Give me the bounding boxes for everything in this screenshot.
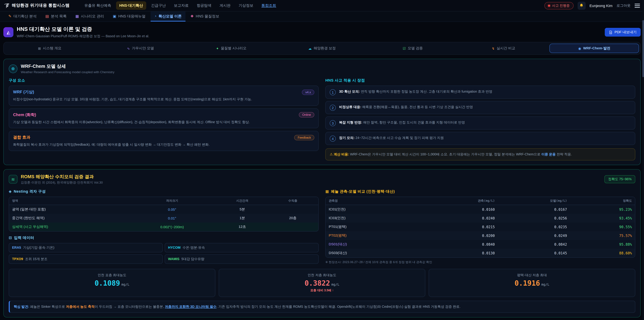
list-icon: ▤	[46, 14, 49, 18]
nav-item-spill-prediction[interactable]: 유출유 확산예측	[81, 1, 114, 10]
wrfchem-components-column: 구성 요소 WRF (기상) v4.x 비정수압(non-hydrostatic…	[9, 78, 319, 160]
main-menu: 유출유 확산예측 HNS·대기확산 긴급구난 보고자료 항공탐색 게시판 기상정…	[81, 1, 280, 10]
component-name: WRF (기상)	[13, 89, 34, 95]
subnav-item-list[interactable]: ▤분석 목록	[42, 12, 70, 22]
logout-button[interactable]: 로그아웃	[616, 3, 630, 8]
stat-incheon-bottom: 인천 저층 최대농도 0.3822mg/L 표층 대비 3.5배 ↑	[219, 269, 425, 297]
compare-row: IC01(인천) 0.0160 0.0167 95.23%	[326, 205, 635, 214]
nesting-row: 광역 (일본·대만 포함) 0.05° 5분	[9, 205, 318, 214]
component-name: 결합 효과	[13, 135, 30, 140]
page-subtitle: WRF-Chem·Gaussian Plume/Puff·ROMS·해양환경 보…	[17, 34, 149, 39]
check-square-icon: ☑	[403, 47, 406, 50]
compute-cost-warning: ⚠ 계산 비용: WRF-Chem은 가우시안 모델 대비 계산 시간이 100…	[325, 148, 635, 160]
advantage-number: 3	[330, 120, 336, 126]
tab-marine-correction[interactable]: ☁해양환경 보정	[277, 44, 366, 53]
tab-model-validation[interactable]: ☑모델 검증	[368, 44, 458, 53]
wrfchem-detail-card: ⊕ WRF-Chem 모델 상세 Weather Research and Fo…	[3, 59, 641, 165]
logo-wing-icon	[4, 3, 10, 8]
subnav-item-substance[interactable]: ❖HNS 물질정보	[187, 12, 223, 22]
compare-row: IC03(인천) 0.0240 0.0256 93.45%	[326, 214, 635, 222]
advantage-number: 4	[330, 136, 336, 142]
roms-subtitle: 김창훈·이문진 외 (2024), 한국해양환경·안전학회지 Vol.30	[21, 180, 103, 185]
overview-icon: ⊞	[38, 47, 41, 50]
nesting-heading: ◈ Nesting 격자 구성	[9, 189, 319, 194]
feedback-badge: Feedback	[294, 135, 314, 140]
advantage-item: 1 3D 확산 모의: 연직 방향 확산까지 포함한 정밀 농도장 계산. 고층…	[325, 86, 635, 99]
component-card-wrf: WRF (기상) v4.x 비정수압(non-hydrostatic) 중규모 …	[9, 86, 319, 106]
wrfchem-card-header: ⊕ WRF-Chem 모델 상세 Weather Research and Fo…	[9, 64, 635, 74]
app-viewport: 해양환경 위기대응 통합시스템 유출유 확산예측 HNS·대기확산 긴급구난 보…	[0, 0, 644, 320]
input-data-block: ⊡ 입력 데이터 ERA5기상(기압·풍속·기온) HYCOM수온·염분·유속 …	[9, 235, 319, 264]
nav-item-hns-diffusion[interactable]: HNS·대기확산	[116, 1, 146, 10]
scrollbar-thumb[interactable]	[642, 20, 644, 77]
tab-wrfchem[interactable]: ◉WRF-Chem·발전	[550, 44, 639, 53]
nav-item-reports[interactable]: 보고자료	[170, 1, 192, 10]
sub-navbar: ✎대기확산 분석 ▤분석 목록 ▦시나리오 관리 ▣HNS 대응매뉴얼 ◔확산모…	[0, 12, 644, 22]
wrfchem-title: WRF-Chem 모델 상세	[21, 64, 114, 70]
tab-substance-scenario[interactable]: ✦물질별 시나리오	[186, 44, 276, 53]
incident-status-badge[interactable]: 사고 진행중	[544, 2, 574, 9]
compare-row-pt02: PT02(평택) 0.0200 0.0249 75.57%	[326, 231, 635, 240]
warning-icon: ⚠	[330, 152, 333, 156]
cloud-icon: ☁	[308, 47, 312, 50]
survey-note: ※ 현장조사: 2023.06.27~28 / 전체 10개 관측점 중 6개 …	[325, 260, 635, 264]
table-icon: ▦	[325, 189, 329, 193]
max-concentration-stats: 인천 표층 최대농도 0.1089mg/L 인천 저층 최대농도 0.3822m…	[9, 269, 635, 297]
version-badge: v4.x	[302, 89, 314, 95]
component-card-chem: Chem (화학) Online 기상 모델과 동일한 시간 스텝에서 화학종의…	[9, 108, 319, 128]
nav-item-integrated-search[interactable]: 통합조회	[258, 1, 280, 10]
incident-label: 사고 진행중	[552, 3, 570, 8]
compare-row-ds01: DS01(대산) 0.0840 0.0842 95.88%	[326, 240, 635, 248]
manual-icon: ▣	[113, 14, 116, 18]
subnav-item-analysis[interactable]: ✎대기확산 분석	[5, 12, 40, 22]
document-icon	[609, 30, 612, 34]
advantage-item: 2 비정상류 대응: 해륙풍 전환(해풍↔육풍), 돌풍, 전선 통과 등 시변…	[325, 101, 635, 114]
phenol-compare-column: ▦ 페놀 관측-모델 비교 (인천·평택·대산) 관측점 관측(mg/L) 모델…	[325, 189, 635, 264]
lightning-icon: ↯	[492, 47, 495, 50]
component-name: Chem (화학)	[13, 112, 36, 118]
compare-row: DS03(대산) 0.0130 0.0145 88.60%	[326, 248, 635, 257]
tab-system-overview[interactable]: ⊞시스템 개요	[5, 44, 94, 53]
advantage-number: 1	[330, 89, 336, 95]
brand-title: 해양환경 위기대응 통합시스템	[12, 3, 70, 9]
top-navbar: 해양환경 위기대응 통합시스템 유출유 확산예측 HNS·대기확산 긴급구난 보…	[0, 0, 644, 12]
wrfchem-advantages-column: HNS 사고 적용 시 장점 1 3D 확산 모의: 연직 방향 확산까지 포함…	[325, 78, 635, 160]
components-heading: 구성 요소	[9, 78, 319, 83]
bell-icon	[579, 3, 584, 8]
page-title: HNS 대기확산 모델 이론 및 검증	[17, 26, 149, 33]
hamburger-menu-icon[interactable]	[634, 4, 640, 8]
compare-heading: ▦ 페놀 관측-모델 비교 (인천·평택·대산)	[325, 189, 635, 194]
incident-dot-icon	[548, 5, 550, 7]
tab-realtime-compare[interactable]: ↯실시간 비교	[459, 44, 548, 53]
plug-icon: ⊡	[9, 235, 12, 240]
nesting-row: 중간역 (한반도 해역) 0.01° 1분 20층	[9, 214, 318, 222]
online-badge: Online	[299, 112, 314, 117]
globe-chem-icon: ⊕	[9, 64, 18, 73]
user-name: Eunjeong Kim	[590, 4, 612, 8]
nav-item-board[interactable]: 게시판	[216, 1, 234, 10]
compare-row: PT01(평택) 0.0215 0.0235 90.55%	[326, 222, 635, 231]
scrollbar[interactable]	[642, 0, 644, 320]
grid-icon: ▦	[76, 14, 79, 18]
subnav-item-manual[interactable]: ▣HNS 대응매뉴얼	[109, 12, 149, 22]
roms-validation-card: ≋ ROMS 해양확산 수치모의 검증 결과 김창훈·이문진 외 (2024),…	[3, 169, 641, 317]
theory-icon: ◔	[154, 14, 156, 18]
nav-item-aerial-search[interactable]: 항공탐색	[193, 1, 215, 10]
roms-card-header: ≋ ROMS 해양확산 수치모의 검증 결과 김창훈·이문진 외 (2024),…	[9, 174, 635, 185]
gaussian-curve-icon: ∿	[127, 47, 130, 50]
brand[interactable]: 해양환경 위기대응 통합시스템	[4, 3, 70, 9]
pdf-export-button[interactable]: PDF 내보내기	[605, 28, 641, 37]
compare-table-header: 관측점 관측(mg/L) 모델(mg/L) 정확도	[326, 197, 635, 205]
notifications-bell-button[interactable]	[578, 2, 586, 10]
nesting-table-header: 영역 격자크기 시간간격 수직층	[9, 197, 318, 205]
input-item-era5: ERA5기상(기압·풍속·기온)	[9, 243, 163, 252]
phenol-compare-table: 관측점 관측(mg/L) 모델(mg/L) 정확도 IC01(인천) 0.016…	[325, 196, 635, 258]
advantage-number: 2	[330, 105, 336, 111]
nav-item-emergency-rescue[interactable]: 긴급구난	[148, 1, 169, 10]
subnav-item-scenario[interactable]: ▦시나리오 관리	[72, 12, 108, 22]
subnav-item-theory[interactable]: ◔확산모델 이론	[150, 12, 185, 22]
nav-item-weather[interactable]: 기상정보	[235, 1, 257, 10]
wrfchem-subtitle: Weather Research and Forecasting model c…	[21, 70, 114, 74]
component-card-coupling: 결합 효과 Feedback 화학물질의 복사 효과가 기상장에 되먹임(fee…	[9, 131, 319, 151]
tab-gaussian-model[interactable]: ∿가우시안 모델	[96, 44, 185, 53]
